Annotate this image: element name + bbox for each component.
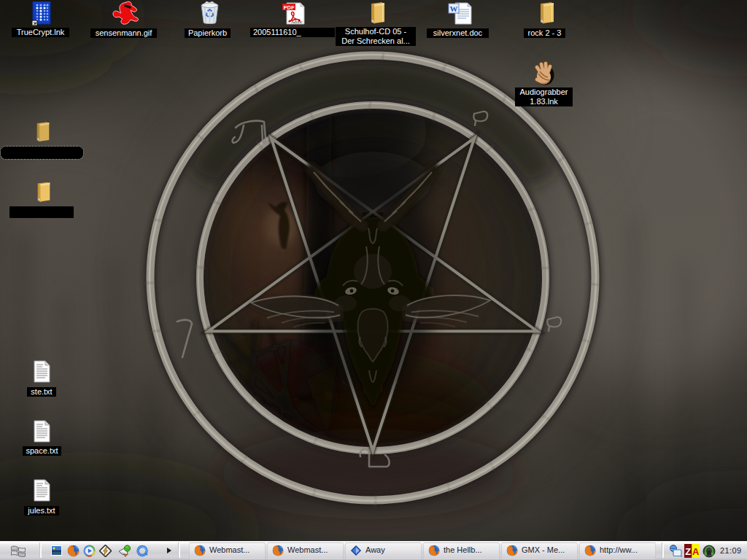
svg-text:PDF: PDF	[284, 4, 295, 11]
svg-text:W: W	[450, 4, 458, 13]
svg-text:A: A	[692, 546, 700, 557]
svg-text:Adobe: Adobe	[290, 20, 303, 24]
svg-text:Z: Z	[685, 546, 691, 557]
